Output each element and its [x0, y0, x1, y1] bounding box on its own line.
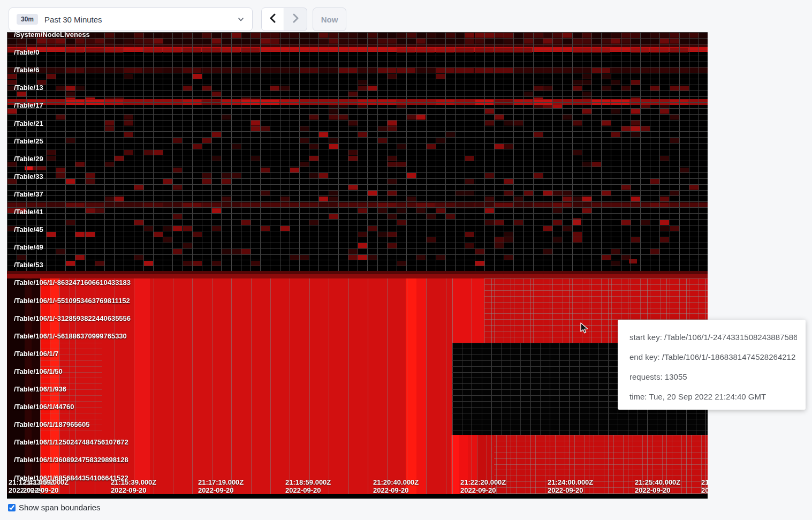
row-label: /Table/49 — [14, 244, 43, 251]
next-time-button[interactable] — [284, 7, 307, 31]
row-label: /Table/29 — [14, 155, 43, 163]
row-label: /Table/37 — [14, 191, 43, 198]
time-range-dropdown[interactable]: 30m Past 30 Minutes — [9, 7, 253, 31]
row-label: /Table/33 — [14, 173, 43, 180]
row-label: /Table/106/1/-8632471606610433183 — [14, 279, 131, 287]
row-label: /Table/21 — [14, 120, 43, 127]
key-visualizer-chart: /System/NodeLiveness/Table/0/Table/6/Tab… — [7, 32, 708, 499]
span-boundaries-label[interactable]: Show span boundaries — [19, 503, 101, 512]
row-label: /Table/106/1/936 — [14, 386, 66, 393]
row-label: /Table/25 — [14, 138, 43, 145]
axis-tick-label: 21:26:55.000Z2022-09-20 — [701, 478, 708, 494]
row-label: /System/NodeLiveness — [14, 32, 90, 39]
row-label: /Table/0 — [14, 49, 39, 56]
row-label: /Table/17 — [14, 102, 43, 109]
row-label: /Table/6 — [14, 66, 39, 74]
toolbar: 30m Past 30 Minutes Now — [0, 0, 812, 31]
now-button[interactable]: Now — [313, 7, 346, 31]
axis-tick-label: 21:13:59.000Z2022-09-20 — [23, 478, 69, 494]
cell-tooltip: start key: /Table/106/1/-247433150824388… — [618, 320, 806, 410]
previous-time-button[interactable] — [261, 7, 284, 31]
tooltip-requests: requests: 13055 — [629, 367, 797, 387]
chevron-right-icon — [291, 13, 300, 25]
mouse-cursor-icon — [579, 322, 590, 336]
time-range-label: Past 30 Minutes — [44, 15, 102, 24]
row-label: /Table/106/1/3608924758329898128 — [14, 456, 128, 464]
row-label: /Table/41 — [14, 208, 43, 216]
row-label: /Table/106/1/44760 — [14, 403, 74, 411]
chevron-down-icon — [237, 16, 245, 23]
axis-tick-label: 21:22:20.000Z2022-09-20 — [460, 478, 506, 494]
footer: Show span boundaries — [8, 503, 101, 512]
axis-tick-label: 21:18:59.000Z2022-09-20 — [285, 478, 331, 494]
axis-tick-label: 21:25:40.000Z2022-09-20 — [635, 478, 680, 494]
tooltip-start-key: start key: /Table/106/1/-247433150824388… — [629, 327, 797, 347]
chevron-left-icon — [269, 13, 277, 25]
axis-tick-label: 21:20:40.000Z2022-09-20 — [373, 478, 419, 494]
axis-tick-label: 21:15:39.000Z2022-09-20 — [111, 478, 156, 494]
tooltip-end-key: end key: /Table/106/1/-18683814745282642… — [629, 347, 797, 367]
row-label: /Table/106/1/1250247484756107672 — [14, 439, 128, 446]
row-label: /Table/53 — [14, 261, 43, 269]
row-label: /Table/106/1/187965605 — [14, 421, 89, 428]
axis-tick-label: 21:17:19.000Z2022-09-20 — [198, 478, 244, 494]
row-label: /Table/106/1/-3128593822440635556 — [14, 315, 131, 322]
key-visualizer-heatmap[interactable] — [7, 32, 708, 499]
time-nav-button-group — [261, 7, 307, 31]
time-range-badge: 30m — [17, 14, 38, 25]
row-label: /Table/106/1/50 — [14, 368, 63, 375]
row-label: /Table/13 — [14, 84, 43, 92]
row-label: /Table/106/1/-5510953463769811152 — [14, 297, 130, 305]
row-label: /Table/45 — [14, 226, 43, 233]
row-label: /Table/106/1/-561886370999765330 — [14, 333, 127, 340]
key-visualizer-page: 30m Past 30 Minutes Now /System/NodeLive… — [0, 0, 812, 520]
span-boundaries-checkbox[interactable] — [8, 504, 16, 511]
axis-tick-label: 21:24:00.000Z2022-09-20 — [548, 478, 593, 494]
row-label: /Table/106/1/7 — [14, 350, 59, 358]
tooltip-time: time: Tue, 20 Sep 2022 21:24:40 GMT — [629, 387, 797, 406]
